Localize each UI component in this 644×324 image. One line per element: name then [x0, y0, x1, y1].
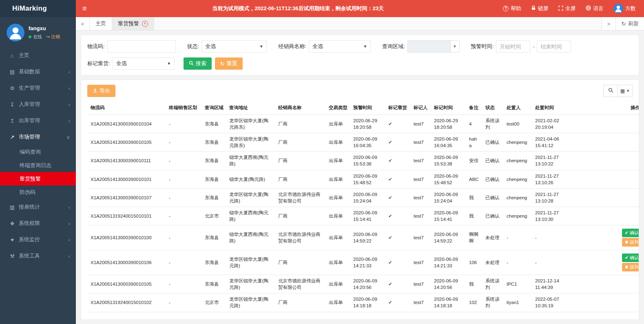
sidebar-item[interactable]: ▤基础数据‹ — [0, 64, 76, 80]
chevron-left-icon: ‹ — [69, 253, 70, 259]
table-cell: 出库单 — [325, 170, 350, 188]
close-tab-icon[interactable]: × — [142, 21, 148, 27]
sidebar-user-panel: fangxu 在线 ↪ 注销 — [0, 17, 76, 47]
chevron-left-icon: ‹ — [69, 101, 70, 108]
reset-button[interactable]: ↻ 重置 — [215, 57, 243, 70]
actions-cell — [569, 170, 639, 188]
table-row: X1A20051413000390010100-东海县锦华大厦西南(陶元路)北京… — [87, 225, 639, 250]
language-button[interactable]: 语言 — [586, 5, 604, 12]
table-cell: 2020-06-09 14:20:56 — [431, 275, 466, 293]
table-row: X1A20051413000390010106-东海县龙华区锦华大厦(陶元路)厂… — [87, 250, 639, 275]
table-cell: 4 — [466, 115, 482, 133]
dealer-select[interactable]: 全选 ▼ — [309, 40, 371, 53]
refresh-button[interactable]: ↻ 刷新 — [615, 17, 644, 30]
actions-cell — [569, 207, 639, 225]
sidebar-subitem[interactable]: 窜货预警 — [0, 172, 76, 185]
app-logo[interactable]: HiMarking — [0, 0, 76, 17]
sidebar-item[interactable]: ▥报表统计‹ — [0, 199, 76, 215]
sidebar-item[interactable]: ⌂主页 — [0, 47, 76, 64]
status-select[interactable]: 全选 ▼ — [201, 40, 267, 53]
time-range-separator: - — [533, 44, 534, 50]
sidebar-item[interactable]: ↧入库管理‹ — [0, 96, 76, 112]
table-cell: 东海县 — [201, 115, 226, 133]
logout-icon: ↪ — [46, 34, 51, 39]
sidebar-item[interactable]: ↥出库管理‹ — [0, 112, 76, 129]
marked-check-icon: ✔ — [385, 275, 410, 293]
sidebar-item[interactable]: ↗市场管理∨ — [0, 129, 76, 145]
table-cell: 厂商 — [275, 207, 325, 225]
table-header-cell: 状态 — [482, 101, 503, 115]
end-time-input[interactable] — [537, 40, 571, 53]
logout-button[interactable]: ↪ 注销 — [46, 34, 60, 40]
table-cell: 我 — [466, 188, 482, 207]
sidebar-item[interactable]: ♥系统监控‹ — [0, 231, 76, 248]
table-cell: 2020-06-09 15:53:38 — [431, 152, 466, 170]
user-menu[interactable]: 方数 — [613, 4, 636, 13]
table-cell: 106 — [466, 250, 482, 275]
table-cell: test00 — [503, 115, 532, 133]
table-cell: 2021-11-27 13:10:28 — [532, 188, 569, 207]
export-button[interactable]: 导出 — [87, 85, 115, 97]
table-cell: 龙华区锦华大厦(陶元路东) — [226, 115, 275, 133]
sidebar-username[interactable]: fangxu — [29, 25, 60, 31]
table-search-button[interactable] — [603, 85, 618, 97]
table-cell: 2020-06-09 15:24:04 — [350, 188, 385, 207]
confirm-button[interactable]: ✔ 确认 — [622, 229, 639, 237]
misjudge-button[interactable]: ✖ 误判 — [622, 263, 639, 271]
table-cell: - — [166, 115, 201, 133]
search-icon — [189, 61, 194, 67]
table-panel: 导出 ▦ ▼ — [81, 79, 639, 320]
table-cell: 2020-06-09 16:04:35 — [350, 133, 385, 152]
inbound-icon: ↧ — [8, 101, 16, 108]
topbar-actions: 帮助 锁屏 全屏 语言 方数 — [503, 4, 644, 13]
table-cell: 东海县 — [201, 275, 226, 293]
mark-select-value: 全选 — [116, 60, 127, 67]
table-cell: chenpeng — [503, 152, 532, 170]
tabs-scroll-right-button[interactable]: » — [602, 17, 615, 30]
logistics-code-input[interactable] — [107, 40, 176, 53]
table-cell: 2020-06-09 15:53:38 — [350, 152, 385, 170]
table-toolbar-right: ▦ ▼ — [603, 85, 633, 97]
sidebar-item[interactable]: ⚙生产管理‹ — [0, 80, 76, 96]
tab-fleeing-warning[interactable]: 窜货预警 × — [112, 17, 154, 30]
misjudge-button[interactable]: ✖ 误判 — [622, 238, 639, 247]
table-cell: 龙华区锦华大厦(陶元路) — [226, 188, 275, 207]
sidebar-subitem[interactable]: 编码查询 — [0, 145, 76, 159]
sidebar-subitem[interactable]: 防伪码 — [0, 185, 76, 199]
region-select[interactable]: ▼ — [407, 40, 460, 53]
table-cell: 安倍 — [466, 152, 482, 170]
start-time-input[interactable] — [496, 40, 530, 53]
sidebar-subitem[interactable]: 终端查询日志 — [0, 159, 76, 172]
table-cell: - — [166, 275, 201, 293]
help-icon — [503, 6, 509, 11]
table-cell: 厂商 — [275, 170, 325, 188]
confirm-button[interactable]: ✔ 确认 — [622, 253, 639, 262]
lock-icon — [531, 5, 536, 12]
sidebar-item-label: 系统权限 — [19, 220, 69, 227]
table-cell: X1A20051413000390010105 — [87, 275, 166, 293]
columns-toggle-button[interactable]: ▦ ▼ — [618, 85, 633, 97]
sidebar-item-label: 出库管理 — [19, 117, 69, 124]
refresh-icon: ↻ — [621, 20, 626, 27]
actions-cell — [569, 115, 639, 133]
table-cell: X1A20051413000390010105 — [87, 133, 166, 152]
tabs-scroll-left-button[interactable]: « — [76, 17, 90, 30]
table-cell: 厂商 — [275, 115, 325, 133]
avatar[interactable] — [7, 24, 24, 42]
table-cell: - — [166, 207, 201, 225]
sidebar-item[interactable]: ⚒系统工具‹ — [0, 248, 76, 264]
help-button[interactable]: 帮助 — [503, 5, 521, 12]
table-cell: X1A20051319240015010101 — [87, 207, 166, 225]
tab-home[interactable]: 主页 — [90, 17, 112, 30]
sidebar-toggle-icon[interactable]: ≡ — [76, 4, 93, 13]
fullscreen-button[interactable]: 全屏 — [558, 5, 576, 12]
search-button[interactable]: 搜索 — [184, 57, 212, 70]
sidebar-item[interactable]: ❖系统权限‹ — [0, 215, 76, 231]
table-header-cell: 标记时间 — [431, 101, 466, 115]
lock-screen-button[interactable]: 锁屏 — [531, 5, 549, 12]
marked-check-icon: ✔ — [385, 170, 410, 188]
table-cell: test7 — [410, 275, 431, 293]
table-cell: 厂商 — [275, 152, 325, 170]
table-cell: 2020-06-09 14:59:22 — [350, 225, 385, 250]
mark-select[interactable]: 全选 ▼ — [113, 57, 175, 70]
